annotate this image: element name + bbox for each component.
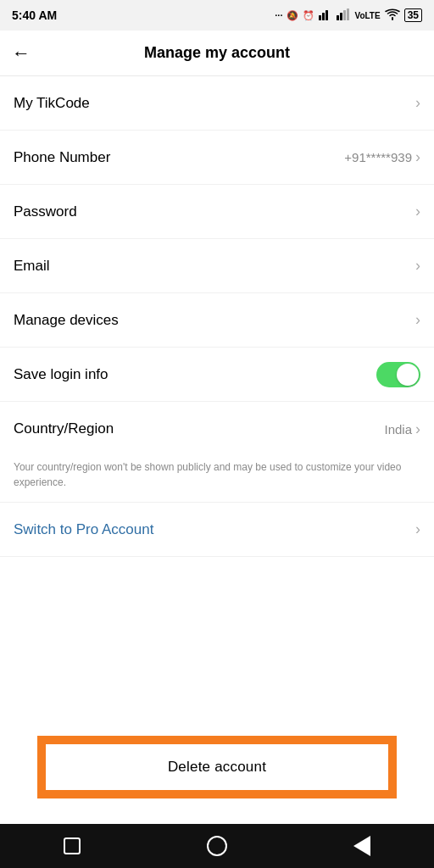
nav-back-button[interactable] <box>347 831 377 861</box>
chevron-right-icon: › <box>415 203 420 220</box>
country-section: Country/Region India › Your country/regi… <box>0 402 434 503</box>
back-icon <box>353 836 370 856</box>
country-note: Your country/region won't be shown publi… <box>0 456 434 502</box>
email-label: Email <box>14 258 50 275</box>
menu-item-devices[interactable]: Manage devices › <box>0 293 434 348</box>
country-value: India <box>384 422 412 437</box>
nav-home-button[interactable] <box>202 831 232 861</box>
menu-item-tikcode[interactable]: My TikCode › <box>0 76 434 131</box>
chevron-right-icon: › <box>415 520 420 538</box>
alarm-icon: ⏰ <box>303 10 314 21</box>
pro-label: Switch to Pro Account <box>14 521 153 538</box>
nav-recent-button[interactable] <box>57 831 87 861</box>
country-right: India › <box>384 420 420 438</box>
password-right: › <box>415 203 420 220</box>
menu-item-pro[interactable]: Switch to Pro Account › <box>0 503 434 557</box>
menu-item-save-login[interactable]: Save login info <box>0 348 434 402</box>
menu-item-password[interactable]: Password › <box>0 185 434 239</box>
page-header: ← Manage my account <box>0 31 434 76</box>
devices-label: Manage devices <box>14 312 119 329</box>
page-title: Manage my account <box>144 44 290 62</box>
email-right: › <box>415 257 420 275</box>
spacer <box>0 557 434 715</box>
tikcode-right: › <box>415 94 420 112</box>
toggle-knob <box>397 364 419 386</box>
svg-rect-3 <box>337 15 339 20</box>
svg-rect-4 <box>340 13 342 20</box>
status-time: 5:40 AM <box>12 8 57 22</box>
password-label: Password <box>14 203 77 220</box>
tikcode-label: My TikCode <box>14 95 90 112</box>
delete-account-button[interactable]: Delete account <box>42 741 392 793</box>
svg-rect-2 <box>326 10 328 20</box>
save-login-toggle-wrap <box>376 362 420 387</box>
delete-outer: Delete account <box>37 736 397 798</box>
lte-icon: VoLTE <box>354 11 380 20</box>
battery-icon: 35 <box>404 8 422 22</box>
menu-item-country[interactable]: Country/Region India › <box>0 402 434 456</box>
phone-right: +91*****939 › <box>344 148 420 166</box>
menu-item-email[interactable]: Email › <box>0 239 434 293</box>
signal-bars2-icon <box>337 8 350 22</box>
bell-icon: 🔕 <box>287 10 298 21</box>
page-content: My TikCode › Phone Number +91*****939 › … <box>0 76 434 868</box>
chevron-right-icon: › <box>415 148 420 166</box>
save-login-toggle[interactable] <box>376 362 420 387</box>
wifi-icon <box>385 8 400 22</box>
phone-label: Phone Number <box>14 149 110 166</box>
recent-apps-icon <box>64 837 81 854</box>
signal-dots-icon: ··· <box>275 10 282 20</box>
delete-section: Delete account <box>0 715 434 826</box>
chevron-right-icon: › <box>415 94 420 112</box>
chevron-right-icon: › <box>415 420 420 438</box>
svg-rect-1 <box>322 13 325 20</box>
svg-rect-6 <box>347 8 349 20</box>
svg-rect-5 <box>343 10 346 20</box>
status-bar: 5:40 AM ··· 🔕 ⏰ VoLTE <box>0 0 434 31</box>
bottom-nav <box>0 824 434 868</box>
back-button[interactable]: ← <box>12 42 31 64</box>
svg-rect-0 <box>319 15 321 20</box>
country-label: Country/Region <box>14 420 114 437</box>
menu-list: My TikCode › Phone Number +91*****939 › … <box>0 76 434 557</box>
menu-item-phone[interactable]: Phone Number +91*****939 › <box>0 131 434 185</box>
status-icons: ··· 🔕 ⏰ VoLTE <box>275 8 422 22</box>
home-icon <box>207 836 227 856</box>
save-login-label: Save login info <box>14 366 108 383</box>
signal-bars-icon <box>319 8 332 22</box>
phone-value: +91*****939 <box>344 150 412 164</box>
chevron-right-icon: › <box>415 257 420 275</box>
chevron-right-icon: › <box>415 311 420 329</box>
devices-right: › <box>415 311 420 329</box>
